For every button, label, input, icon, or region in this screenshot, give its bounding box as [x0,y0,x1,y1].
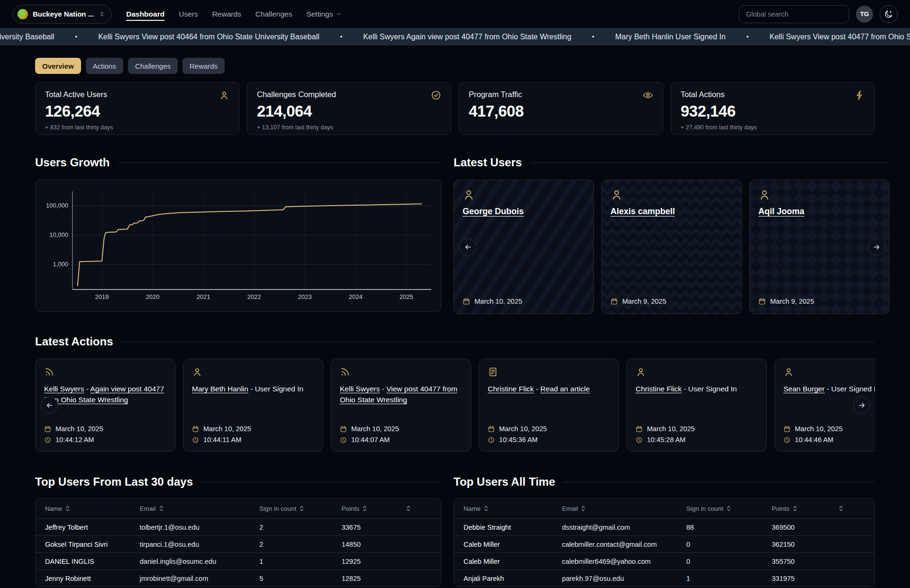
user-avatar[interactable]: TG [856,6,873,23]
sort-icon [406,505,410,512]
column-header-name[interactable]: Name [45,505,140,512]
latest-users-heading: Latest Users [454,156,522,169]
user-name-link[interactable]: Aqil Jooma [758,207,804,217]
users-growth-chart: 20192020202120222023202420251,00010,0001… [35,180,441,312]
column-header-signin-count[interactable]: Sign in count [259,505,342,512]
user-icon [636,367,646,377]
actor-name-link[interactable]: Kelli Swyers [340,385,380,393]
top-users-30days-heading: Top Users From Last 30 days [35,475,193,488]
cell-name: Anjali Parekh [464,575,562,582]
ticker-track: Kelli Swyers View post 40464 from Ohio S… [0,33,910,41]
global-search-input[interactable] [739,5,849,23]
calendar-icon [192,425,199,433]
action-date: March 10, 2025 [647,425,695,433]
actor-name-link[interactable]: Kelli Swyers [44,385,84,393]
top-users-30days-section: Top Users From Last 30 days Name Email S… [35,454,441,587]
cell-signin-count: 5 [259,575,342,582]
user-name-link[interactable]: George Dubois [463,207,524,217]
nav-dashboard[interactable]: Dashboard [126,10,164,18]
column-header-signin-count[interactable]: Sign in count [686,505,772,512]
divider [118,163,441,163]
column-header-extra[interactable] [406,505,431,512]
column-header-points[interactable]: Points [342,505,407,512]
cell-signin-count: 2 [259,541,342,548]
svg-text:2025: 2025 [400,293,413,300]
tab-actions[interactable]: Actions [86,58,123,74]
sort-icon [65,505,70,512]
nav-rewards[interactable]: Rewards [212,10,241,18]
stat-label: Program Traffic [469,90,522,99]
users-growth-heading: Users Growth [35,156,109,169]
dashboard-tabs: Overview Actions Challenges Rewards [35,58,875,74]
nav-settings[interactable]: Settings [306,10,342,18]
latest-users-carousel: George Dubois March 10, 2025 Alexis camp… [454,180,890,314]
moon-icon [884,9,893,19]
stat-cards: Total Active Users 126,264 + 832 from la… [35,82,875,135]
stat-delta [469,124,653,131]
column-header-email[interactable]: Email [140,505,259,512]
svg-text:2019: 2019 [95,293,109,300]
table-row: Anjali Parekhparekh.97@osu.edu1331975 [454,570,874,587]
action-time: 10:44:12 AM [55,436,94,443]
rss-icon [340,367,350,377]
ticker-item: Kelli Swyers Again view post 40477 from … [363,33,571,41]
org-logo [18,9,28,19]
column-header-email[interactable]: Email [562,505,686,512]
tab-rewards[interactable]: Rewards [182,58,225,74]
cell-points: 14850 [342,541,407,548]
action-title: Sean Burger - User Signed In [783,383,875,394]
cell-points: 369500 [772,524,839,531]
actor-name-link[interactable]: Mary Beth Hanlin [192,385,248,393]
column-header-extra[interactable] [839,505,865,512]
stat-delta: + 13,107 from last thirty days [257,124,441,131]
user-name-link[interactable]: Alexis campbell [610,207,675,217]
actor-name-link[interactable]: Sean Burger [783,385,825,393]
sort-icon [839,505,843,512]
action-text: User Signed In [688,385,737,393]
cell-email: parekh.97@osu.edu [562,575,686,582]
tab-overview[interactable]: Overview [35,58,81,74]
calendar-icon [463,298,470,305]
carousel-prev-button[interactable] [41,397,58,414]
calendar-icon [636,425,643,433]
carousel-prev-button[interactable] [459,238,476,255]
theme-toggle-button[interactable] [880,5,898,23]
action-title: Mary Beth Hanlin - User Signed In [192,383,314,394]
stat-value: 214,064 [257,102,441,120]
nav-challenges[interactable]: Challenges [255,10,292,18]
cell-signin-count: 1 [686,575,772,582]
divider [201,482,441,482]
tab-challenges[interactable]: Challenges [128,58,178,74]
svg-text:2024: 2024 [349,293,363,300]
carousel-next-button[interactable] [853,397,870,414]
cell-points: 331975 [772,575,839,582]
actor-name-link[interactable]: Christine Flick [636,385,682,393]
table-row: Jeffrey Tolberttolbertjr.1@osu.edu233675 [36,518,441,535]
nav-users[interactable]: Users [179,10,198,18]
table-row: Jenny Robinettjmrobinett@gmail.com512825 [36,570,441,587]
user-icon [783,367,794,377]
latest-actions-section: Latest Actions Kelli Swyers - Again view… [35,335,875,452]
stat-card-program-traffic: Program Traffic 417,608 [459,82,663,135]
action-link[interactable]: Read an article [540,385,590,393]
svg-text:100,000: 100,000 [46,202,68,209]
line-chart: 20192020202120222023202420251,00010,0001… [45,189,431,303]
organization-selector[interactable]: Buckeye Nation ... [12,5,112,24]
stat-delta: + 832 from last thirty days [45,124,229,131]
calendar-icon [488,425,495,433]
column-header-points[interactable]: Points [772,505,839,512]
sort-icon [363,505,367,512]
table-header-row: Name Email Sign in count Points [454,498,874,518]
stat-card-total-active-users: Total Active Users 126,264 + 832 from la… [35,82,239,135]
ticker-separator: • [75,33,78,40]
column-header-name[interactable]: Name [464,505,562,512]
ticker-separator: • [340,33,343,40]
actor-name-link[interactable]: Christine Flick [488,385,534,393]
ticker-item: Kelli Swyers View post 40464 from Ohio S… [98,33,319,41]
svg-text:10,000: 10,000 [49,231,68,238]
cell-name: Caleb Miller [464,541,562,548]
latest-user-card[interactable]: Alexis campbell March 9, 2025 [601,180,742,314]
carousel-next-button[interactable] [868,238,885,255]
action-text: User Signed In [255,385,304,393]
user-joined-date: March 9, 2025 [622,298,666,305]
